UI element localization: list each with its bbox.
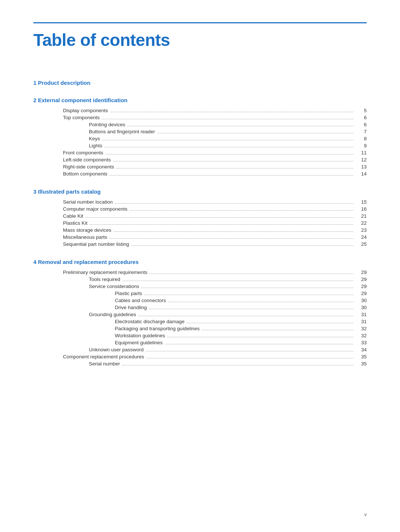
toc-entry-label: Display components bbox=[33, 108, 108, 113]
toc-entry-label: Packaging and transporting guidelines bbox=[33, 326, 200, 331]
toc-dots bbox=[110, 112, 353, 112]
toc-entry-label: Mass storage devices bbox=[33, 227, 111, 233]
toc-row: Front components11 bbox=[33, 149, 367, 156]
toc-dots bbox=[167, 337, 353, 337]
toc-entry-label: Drive handling bbox=[33, 305, 147, 310]
toc-row: Bottom components14 bbox=[33, 170, 367, 177]
section-2: 2 External component identificationDispl… bbox=[33, 97, 367, 177]
toc-dots bbox=[102, 119, 353, 119]
toc-page-number: 25 bbox=[356, 241, 367, 247]
toc-entry-label: Right-side components bbox=[33, 164, 114, 170]
toc-row: Service considerations29 bbox=[33, 283, 367, 290]
toc-page-number: 34 bbox=[356, 347, 367, 352]
toc-row: Preliminary replacement requirements29 bbox=[33, 269, 367, 276]
footer-page: v bbox=[364, 512, 367, 517]
toc-dots bbox=[130, 210, 353, 211]
toc-dots bbox=[187, 323, 353, 323]
toc-entry-label: Preliminary replacement requirements bbox=[33, 270, 147, 275]
toc-page-number: 6 bbox=[356, 122, 367, 127]
toc-page-number: 29 bbox=[356, 277, 367, 282]
toc-entry-label: Workstation guidelines bbox=[33, 333, 165, 338]
toc-dots bbox=[109, 238, 353, 239]
toc-dots bbox=[102, 140, 353, 140]
toc-page-number: 31 bbox=[356, 319, 367, 324]
toc-page-number: 14 bbox=[356, 171, 367, 177]
toc-entry-label: Left-side components bbox=[33, 157, 111, 163]
toc-row: Plastics Kit22 bbox=[33, 220, 367, 227]
toc-entry-label: Bottom components bbox=[33, 171, 107, 177]
toc-row: Workstation guidelines32 bbox=[33, 332, 367, 339]
toc-page-number: 29 bbox=[356, 291, 367, 296]
toc-row: Keys8 bbox=[33, 135, 367, 142]
toc-entry-label: Sequential part number listing bbox=[33, 241, 129, 247]
toc-page-number: 29 bbox=[356, 270, 367, 275]
toc-entry-label: Top components bbox=[33, 115, 100, 120]
toc-entry-label: Lights bbox=[33, 143, 102, 148]
toc-page-number: 9 bbox=[356, 143, 367, 148]
toc-dots bbox=[131, 245, 353, 246]
toc-dots bbox=[115, 203, 353, 204]
toc-page-number: 6 bbox=[356, 115, 367, 120]
toc-row: Miscellaneous parts24 bbox=[33, 234, 367, 241]
toc-dots bbox=[168, 302, 353, 302]
toc-dots bbox=[104, 147, 353, 147]
toc-entry-label: Grounding guidelines bbox=[33, 312, 136, 317]
toc-page-number: 24 bbox=[356, 234, 367, 240]
toc-dots bbox=[127, 126, 353, 126]
toc-entry-label: Component replacement procedures bbox=[33, 354, 144, 359]
toc-page-number: 35 bbox=[356, 354, 367, 359]
toc-page-number: 13 bbox=[356, 164, 367, 170]
toc-row: Packaging and transporting guidelines32 bbox=[33, 325, 367, 332]
toc-dots bbox=[149, 309, 353, 309]
toc-page-number: 33 bbox=[356, 340, 367, 345]
toc-dots bbox=[139, 316, 353, 316]
toc-row: Grounding guidelines31 bbox=[33, 311, 367, 318]
toc-page-number: 5 bbox=[356, 108, 367, 113]
toc-entry-label: Serial number bbox=[33, 361, 120, 367]
toc-row: Equipment guidelines33 bbox=[33, 339, 367, 346]
toc-entry-label: Equipment guidelines bbox=[33, 340, 163, 345]
toc-row: Top components6 bbox=[33, 114, 367, 121]
toc-page-number: 32 bbox=[356, 333, 367, 338]
toc-entry-label: Cable Kit bbox=[33, 213, 83, 219]
toc-entry-label: Service considerations bbox=[33, 284, 139, 289]
toc-row: Component replacement procedures35 bbox=[33, 353, 367, 360]
toc-dots bbox=[106, 154, 353, 154]
toc-entry-label: Computer major components bbox=[33, 206, 127, 212]
toc-page-number: 29 bbox=[356, 284, 367, 289]
toc-page-number: 12 bbox=[356, 157, 367, 163]
toc-dots bbox=[165, 344, 353, 344]
toc-page-number: 16 bbox=[356, 206, 367, 212]
toc-row: Serial number35 bbox=[33, 360, 367, 367]
toc-row: Tools required29 bbox=[33, 276, 367, 283]
toc-dots bbox=[202, 330, 353, 330]
toc-page-number: 21 bbox=[356, 213, 367, 219]
toc-entry-label: Serial number location bbox=[33, 199, 113, 205]
toc-dots bbox=[122, 365, 353, 365]
toc-entry-label: Tools required bbox=[33, 277, 120, 282]
toc-entry-label: Electrostatic discharge damage bbox=[33, 319, 184, 324]
toc-page-number: 30 bbox=[356, 305, 367, 310]
toc-row: Serial number location15 bbox=[33, 198, 367, 205]
toc-page-number: 7 bbox=[356, 129, 367, 134]
toc-page-number: 11 bbox=[356, 150, 367, 155]
section-4: 4 Removal and replacement proceduresPrel… bbox=[33, 259, 367, 367]
toc-row: Drive handling30 bbox=[33, 304, 367, 311]
toc-entry-label: Pointing devices bbox=[33, 122, 125, 127]
section-heading-4: 4 Removal and replacement procedures bbox=[33, 259, 367, 265]
toc-page-number: 23 bbox=[356, 227, 367, 233]
toc-entry-label: Keys bbox=[33, 136, 100, 141]
toc-row: Cables and connectors30 bbox=[33, 297, 367, 304]
toc-dots bbox=[157, 133, 353, 133]
top-rule bbox=[33, 22, 367, 23]
toc-row: Unknown user password34 bbox=[33, 346, 367, 353]
toc-entry-label: Cables and connectors bbox=[33, 298, 166, 303]
page-title: Table of contents bbox=[33, 30, 367, 50]
toc-dots bbox=[116, 168, 353, 168]
toc-entry-label: Unknown user password bbox=[33, 347, 144, 352]
toc-page-number: 22 bbox=[356, 220, 367, 226]
toc-page-number: 35 bbox=[356, 361, 367, 367]
toc-row: Buttons and fingerprint reader7 bbox=[33, 128, 367, 135]
toc-dots bbox=[123, 281, 353, 281]
toc-dots bbox=[146, 358, 353, 358]
